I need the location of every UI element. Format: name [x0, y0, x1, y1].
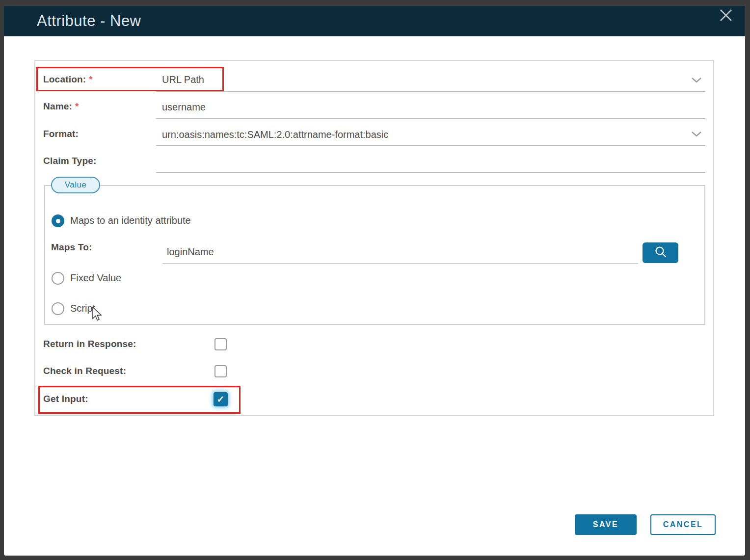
- maps-to-input[interactable]: loginName: [167, 246, 214, 258]
- radio-fixed-value[interactable]: [52, 272, 64, 285]
- dialog-header: Attribute - New: [4, 6, 745, 36]
- field-underline: [156, 172, 705, 173]
- screen-backdrop: Attribute - New Location:* URL Path Name…: [0, 0, 750, 560]
- radio-script[interactable]: [52, 302, 64, 315]
- search-button[interactable]: [643, 242, 678, 263]
- location-highlight-rect: [36, 67, 224, 91]
- field-underline: [156, 91, 705, 92]
- close-icon[interactable]: [716, 5, 736, 26]
- format-select-value[interactable]: urn:oasis:names:tc:SAML:2.0:attrname-for…: [162, 129, 388, 140]
- radio-label-fixed-value[interactable]: Fixed Value: [70, 272, 121, 284]
- field-underline: [156, 118, 705, 119]
- maps-to-label: Maps To:: [51, 242, 92, 253]
- return-in-response-label: Return in Response:: [43, 339, 136, 349]
- cancel-button[interactable]: CANCEL: [650, 514, 716, 535]
- claim-type-label: Claim Type:: [43, 156, 96, 166]
- required-asterisk: *: [75, 101, 79, 111]
- dialog-title: Attribute - New: [37, 12, 141, 30]
- radio-dot: [56, 219, 60, 223]
- field-underline: [162, 263, 638, 264]
- chevron-down-icon[interactable]: [691, 77, 702, 83]
- name-input[interactable]: username: [162, 102, 206, 113]
- get-input-highlight-rect: [38, 386, 241, 414]
- value-tab[interactable]: Value: [51, 177, 100, 193]
- value-fieldset: [44, 185, 705, 325]
- search-icon: [653, 245, 668, 261]
- radio-label-maps-to-identity-attribute[interactable]: Maps to an identity attribute: [70, 215, 191, 226]
- return-in-response-checkbox[interactable]: [214, 338, 227, 350]
- chevron-down-icon[interactable]: [691, 131, 702, 137]
- radio-maps-to-identity-attribute[interactable]: [52, 214, 64, 227]
- field-underline: [156, 145, 705, 146]
- format-label: Format:: [43, 129, 79, 139]
- radio-label-script[interactable]: Script: [70, 303, 95, 314]
- check-in-request-label: Check in Request:: [43, 366, 126, 376]
- name-label: Name:*: [43, 101, 79, 112]
- check-in-request-checkbox[interactable]: [214, 365, 227, 377]
- save-button[interactable]: SAVE: [575, 514, 637, 535]
